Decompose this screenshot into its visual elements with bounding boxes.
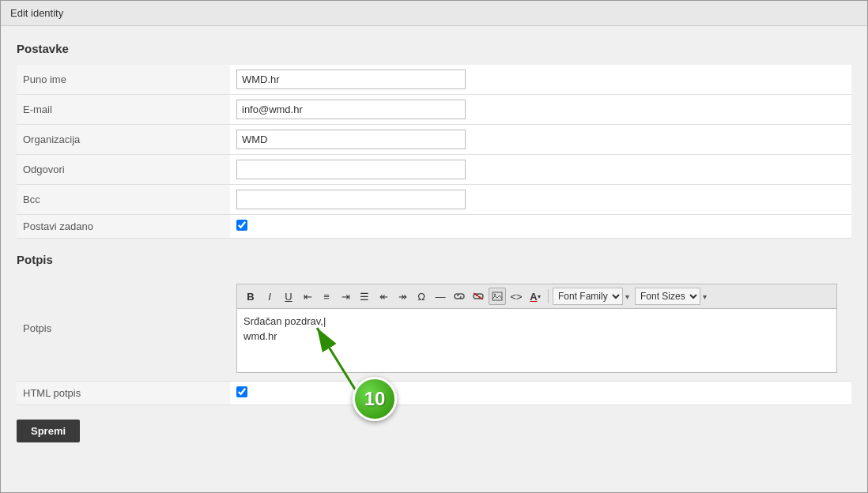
editor-toolbar: B I U ⇤ ≡ ⇥ ☰ ↞ ↠ Ω — xyxy=(237,284,836,309)
table-row: Puno ime xyxy=(17,65,851,95)
postavi-zadano-checkbox[interactable] xyxy=(236,220,247,231)
email-label: E-mail xyxy=(17,95,230,125)
main-window: Edit identity Postavke Puno ime E-mail O… xyxy=(0,0,868,493)
save-button[interactable]: Spremi xyxy=(17,420,80,442)
odgovori-value xyxy=(230,155,851,185)
table-row: Organizacija xyxy=(17,125,851,155)
odgovori-input[interactable] xyxy=(236,160,466,179)
potpis-section-title: Potpis xyxy=(17,253,851,266)
annotation-badge: 10 xyxy=(353,377,397,421)
organizacija-value xyxy=(230,125,851,155)
puno-ime-value xyxy=(230,65,851,95)
email-value xyxy=(230,95,851,125)
window-title: Edit identity xyxy=(10,7,63,19)
font-sizes-arrow: ▾ xyxy=(703,292,707,301)
em-dash-button[interactable]: — xyxy=(432,288,449,305)
potpisni-area: Potpis B I U ⇤ ≡ ⇥ ☰ xyxy=(17,276,851,405)
svg-point-2 xyxy=(494,294,496,295)
postavi-zadano-value xyxy=(230,215,851,239)
image-button[interactable] xyxy=(489,288,506,305)
font-sizes-select[interactable]: Font Sizes xyxy=(635,288,700,305)
editor-body[interactable]: Srđačan pozdrav, wmd.hr xyxy=(237,309,836,372)
odgovori-label: Odgovori xyxy=(17,155,230,185)
align-right-button[interactable]: ⇥ xyxy=(337,288,354,305)
indent-right-button[interactable]: ↠ xyxy=(394,288,411,305)
email-input[interactable] xyxy=(236,100,466,119)
puno-ime-input[interactable] xyxy=(236,70,466,89)
editor-container: B I U ⇤ ≡ ⇥ ☰ ↞ ↠ Ω — xyxy=(236,284,837,373)
editor-line-1: Srđačan pozdrav, xyxy=(243,315,830,327)
underline-button[interactable]: U xyxy=(280,288,297,305)
postavke-table: Puno ime E-mail Organizacija Odgovori xyxy=(17,65,851,239)
special-char-button[interactable]: Ω xyxy=(413,288,430,305)
source-button[interactable]: <> xyxy=(508,288,525,305)
justify-button[interactable]: ☰ xyxy=(356,288,373,305)
table-row: Odgovori xyxy=(17,155,851,185)
font-color-button[interactable]: A ▾ xyxy=(526,288,544,305)
html-potpis-checkbox[interactable] xyxy=(236,386,247,397)
organizacija-input[interactable] xyxy=(236,130,466,149)
indent-left-button[interactable]: ↞ xyxy=(375,288,392,305)
bcc-input[interactable] xyxy=(236,190,466,209)
bold-button[interactable]: B xyxy=(242,288,259,305)
puno-ime-label: Puno ime xyxy=(17,65,230,95)
html-potpis-value xyxy=(230,382,851,405)
potpis-label: Potpis xyxy=(17,276,230,382)
title-bar: Edit identity xyxy=(1,1,867,26)
align-center-button[interactable]: ≡ xyxy=(318,288,335,305)
html-potpis-row: HTML potpis xyxy=(17,382,851,405)
font-family-select[interactable]: Font Family xyxy=(553,288,623,305)
potpis-table: Potpis B I U ⇤ ≡ ⇥ ☰ xyxy=(17,276,851,405)
postavke-section-title: Postavke xyxy=(17,42,851,55)
organizacija-label: Organizacija xyxy=(17,125,230,155)
editor-line-2: wmd.hr xyxy=(243,330,830,342)
unlink-button[interactable] xyxy=(470,288,487,305)
potpis-row: Potpis B I U ⇤ ≡ ⇥ ☰ xyxy=(17,276,851,382)
bcc-label: Bcc xyxy=(17,185,230,215)
bcc-value xyxy=(230,185,851,215)
font-family-arrow: ▾ xyxy=(625,292,629,301)
italic-button[interactable]: I xyxy=(261,288,278,305)
link-button[interactable] xyxy=(451,288,468,305)
table-row: Postavi zadano xyxy=(17,215,851,239)
cursor xyxy=(323,315,326,327)
potpis-editor-cell: B I U ⇤ ≡ ⇥ ☰ ↞ ↠ Ω — xyxy=(230,276,851,382)
table-row: E-mail xyxy=(17,95,851,125)
align-left-button[interactable]: ⇤ xyxy=(299,288,316,305)
html-potpis-label: HTML potpis xyxy=(17,382,230,405)
table-row: Bcc xyxy=(17,185,851,215)
toolbar-separator xyxy=(548,289,549,303)
postavi-zadano-label: Postavi zadano xyxy=(17,215,230,239)
